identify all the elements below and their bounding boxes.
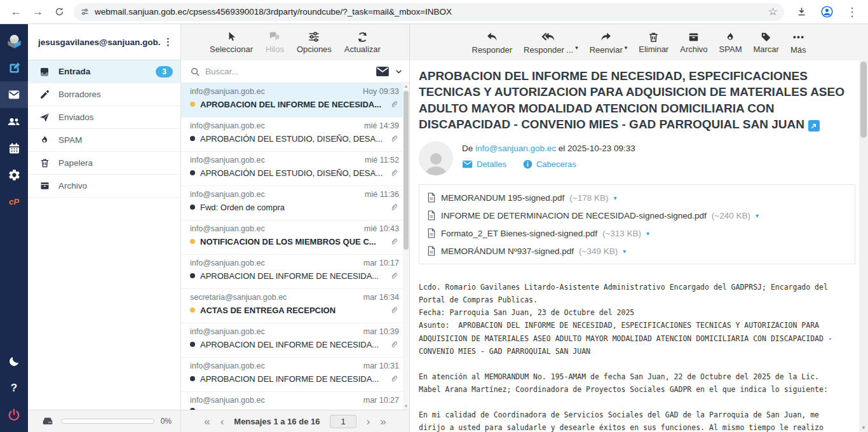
cpanel-icon[interactable]: cP xyxy=(0,188,28,215)
account-menu-icon[interactable]: ⋮ xyxy=(161,36,175,48)
folder-papelera[interactable]: Papelera xyxy=(28,152,180,175)
read-dot-icon[interactable] xyxy=(190,342,195,347)
folder-archivo[interactable]: Archivo xyxy=(28,175,180,198)
dark-mode-moon-icon[interactable] xyxy=(0,348,28,375)
details-toggle[interactable]: Detalles xyxy=(462,159,506,169)
message-row[interactable]: info@sanjuan.gob.ecmié 11:36 Fwd: Orden … xyxy=(181,186,403,220)
mail-icon[interactable] xyxy=(0,81,28,108)
attachment-item[interactable]: MEMORANDUM 195-signed.pdf (~178 KB) ▾ xyxy=(427,189,847,206)
profile-icon[interactable] xyxy=(816,3,837,22)
headers-toggle[interactable]: Cabeceras xyxy=(523,159,576,169)
select-button[interactable]: Seleccionar xyxy=(210,31,253,54)
attachment-menu-icon[interactable]: ▾ xyxy=(623,248,626,255)
open-in-new-window-icon[interactable] xyxy=(808,120,820,132)
folder-entrada[interactable]: Entrada 3 xyxy=(28,60,180,83)
browser-back-icon[interactable]: ← xyxy=(5,3,27,22)
reply-all-button[interactable]: Responder ... xyxy=(524,30,573,55)
reply-button[interactable]: Responder xyxy=(472,30,513,55)
content-scrollbar-thumb[interactable] xyxy=(860,62,867,138)
attachment-item[interactable]: MEMORÁNDUM Nº937-signed.pdf (~349 KB) ▾ xyxy=(427,242,847,260)
message-row[interactable]: info@sanjuan.gob.ecmié 14:39 APROBACIÓN … xyxy=(181,118,403,152)
url-text[interactable]: webmail.sanjuan.gob.ec/cpsess4569390018/… xyxy=(95,7,768,17)
content-scroll-down-icon[interactable]: ▼ xyxy=(859,425,868,431)
last-page-icon[interactable]: » xyxy=(380,416,386,427)
message-row[interactable]: info@sanjuan.gob.ecmié 10:43 NOTIFICACIO… xyxy=(181,220,403,255)
message-list-viewport: info@sanjuan.gob.ecHoy 09:33 APROBACION … xyxy=(181,83,409,410)
next-page-icon[interactable]: › xyxy=(367,416,370,427)
sender-email-link[interactable]: info@sanjuan.gob.ec xyxy=(475,144,556,153)
unread-dot-icon[interactable] xyxy=(190,307,195,313)
msg-from: info@sanjuan.gob.ec xyxy=(190,156,360,165)
contacts-icon[interactable] xyxy=(0,108,28,135)
archive-button[interactable]: Archivo xyxy=(680,31,707,54)
delete-button[interactable]: Eliminar xyxy=(639,31,668,54)
logout-power-icon[interactable] xyxy=(0,402,28,428)
archive-icon xyxy=(688,31,700,43)
folder-enviados[interactable]: Enviados xyxy=(28,106,180,129)
roundcube-logo-icon[interactable] xyxy=(0,28,28,55)
attachment-menu-icon[interactable]: ▾ xyxy=(756,212,759,219)
browser-menu-icon[interactable]: ⋮ xyxy=(841,3,863,22)
attachment-item[interactable]: Formato_2_ET Bienes-signed-signed.pdf (~… xyxy=(427,224,847,242)
prev-page-icon[interactable]: ‹ xyxy=(220,416,224,427)
first-page-icon[interactable]: « xyxy=(204,416,210,427)
options-button[interactable]: Opciones xyxy=(297,30,332,54)
page-number-input[interactable]: 1 xyxy=(330,415,356,428)
content-scrollbar[interactable]: ▼ xyxy=(859,60,868,432)
unread-dot-icon[interactable] xyxy=(190,239,195,244)
read-dot-icon[interactable] xyxy=(190,376,195,381)
archive-label: Archivo xyxy=(680,44,707,54)
search-input[interactable] xyxy=(205,67,370,76)
message-row[interactable]: info@sanjuan.gob.ecmié 11:52 APROBACIÓN … xyxy=(181,152,403,186)
bookmark-star-icon[interactable]: ☆ xyxy=(768,5,778,18)
message-row[interactable]: info@sanjuan.gob.ecmar 10:31 APROBACION … xyxy=(181,358,403,392)
message-row[interactable]: info@sanjuan.gob.ecHoy 09:33 APROBACION … xyxy=(181,83,403,118)
forward-icon xyxy=(599,30,613,44)
compose-icon[interactable] xyxy=(0,55,28,81)
browser-forward-icon[interactable]: → xyxy=(27,3,48,22)
forward-button[interactable]: Reenviar xyxy=(590,30,623,55)
help-icon[interactable]: ? xyxy=(0,375,28,402)
scroll-down-icon[interactable]: ▼ xyxy=(403,403,409,410)
search-options-chevron-icon[interactable] xyxy=(395,67,403,76)
list-scrollbar-thumb[interactable] xyxy=(403,91,409,250)
refresh-button[interactable]: Actualizar xyxy=(344,31,381,54)
read-dot-icon[interactable] xyxy=(190,408,195,410)
threads-button[interactable]: Hilos xyxy=(266,30,284,54)
unread-dot-icon[interactable] xyxy=(190,102,195,107)
message-row[interactable]: info@sanjuan.gob.ecmar 10:17 APROBACION … xyxy=(181,255,403,289)
select-label: Seleccionar xyxy=(210,44,253,54)
address-bar[interactable]: webmail.sanjuan.gob.ec/cpsess4569390018/… xyxy=(74,3,784,21)
folder-spam[interactable]: SPAM xyxy=(28,129,180,152)
read-dot-icon[interactable] xyxy=(190,136,195,141)
sender-avatar xyxy=(419,141,453,175)
message-row[interactable]: info@sanjuan.gob.ecmar 10:27 xyxy=(181,392,403,410)
read-dot-icon[interactable] xyxy=(190,170,195,175)
mark-button[interactable]: Marcar xyxy=(753,31,778,54)
trash-icon xyxy=(38,158,51,168)
browser-refresh-icon[interactable] xyxy=(48,3,70,22)
message-row[interactable]: secretaria@sanjuan.gob.ecmar 16:34 ACTAS… xyxy=(181,289,403,323)
attachment-paperclip-icon xyxy=(389,305,399,315)
scroll-up-icon[interactable]: ▲ xyxy=(403,83,409,90)
attachment-menu-icon[interactable]: ▾ xyxy=(646,230,649,237)
message-row[interactable]: info@sanjuan.gob.ecmar 10:39 APROBACION … xyxy=(181,323,403,358)
folder-panel: jesusgavilanes@sanjuan.gob.... ⋮ Entrada… xyxy=(28,24,181,432)
download-icon[interactable] xyxy=(790,3,812,22)
reply-all-dropdown-icon[interactable]: ▾ xyxy=(575,44,578,51)
spam-button[interactable]: SPAM xyxy=(719,31,742,54)
refresh-label: Actualizar xyxy=(344,44,381,54)
attachment-menu-icon[interactable]: ▾ xyxy=(614,194,617,201)
read-dot-icon[interactable] xyxy=(190,205,195,210)
read-dot-icon[interactable] xyxy=(190,273,195,278)
forward-dropdown-icon[interactable]: ▾ xyxy=(625,44,628,51)
msg-date: mié 14:39 xyxy=(364,121,399,130)
calendar-icon[interactable] xyxy=(0,135,28,161)
search-scope-mail-icon[interactable] xyxy=(376,66,390,77)
site-info-icon[interactable] xyxy=(80,7,90,17)
attachment-item[interactable]: INFORME DE DETERMINACION DE NECESIDAD-si… xyxy=(427,206,847,224)
more-button[interactable]: Más xyxy=(790,30,806,55)
settings-gear-icon[interactable] xyxy=(0,161,28,188)
folder-borradores[interactable]: Borradores xyxy=(28,83,180,106)
list-scrollbar[interactable]: ▲ ▼ xyxy=(403,83,409,410)
